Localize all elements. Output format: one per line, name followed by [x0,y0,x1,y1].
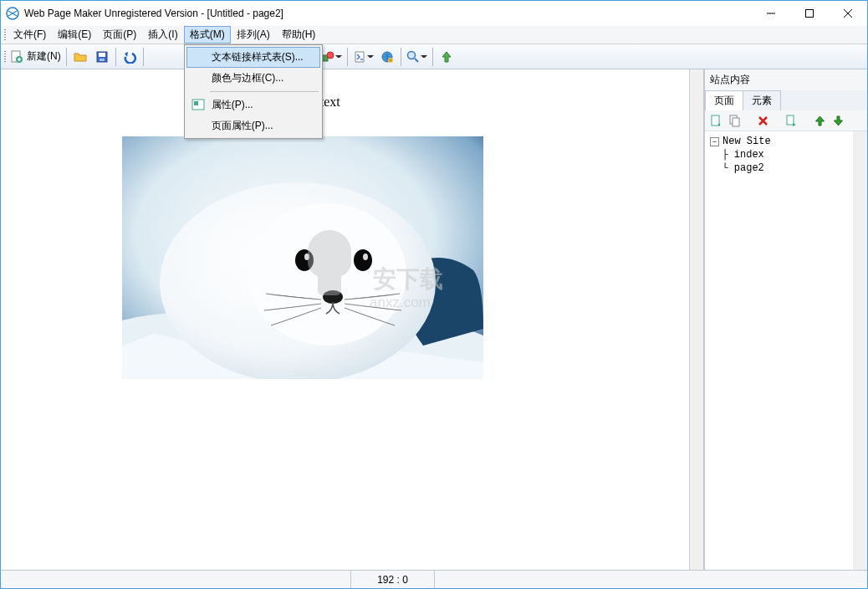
tree-item-page2[interactable]: └ page2 [710,161,848,175]
svg-rect-1 [806,10,814,18]
chevron-down-icon[interactable] [335,53,342,60]
tab-page[interactable]: 页面 [705,90,743,110]
svg-rect-25 [318,270,341,295]
watermark-url: anxz.com [370,294,431,310]
toolbar-separator [143,48,144,66]
app-window: Web Page Maker Unregistered Version - [U… [0,0,868,589]
menu-page-properties[interactable]: 页面属性(P)... [186,115,320,136]
save-button[interactable] [91,46,113,68]
canvas-area[interactable]: ‹ to edit text [1,69,704,570]
sidepanel-toolbar [705,110,867,131]
format-dropdown: 文本链接样式表(S)... 颜色与边框(C)... 属性(P)... 页面属性(… [184,44,323,139]
properties-icon [191,98,205,111]
undo-icon [122,50,137,64]
svg-rect-28 [733,118,739,126]
menu-file[interactable]: 文件(F) [8,26,52,44]
sidepanel-tabs: 页面 元素 [705,90,867,110]
shapes-icon [321,50,334,64]
toolbar-separator [115,48,116,66]
close-button[interactable] [829,1,867,26]
menu-arrange[interactable]: 排列(A) [231,26,276,44]
window-controls [752,1,867,26]
menubar: 文件(F) 编辑(E) 页面(P) 插入(I) 格式(M) 文本链接样式表(S)… [1,26,867,44]
globe-publish-icon [380,50,394,64]
move-down-button[interactable] [830,113,845,128]
menu-format[interactable]: 格式(M) 文本链接样式表(S)... 颜色与边框(C)... 属性(P)...… [184,26,231,44]
sidepanel-body: −New Site ├ index └ page2 [705,131,867,570]
maximize-button[interactable] [790,1,829,26]
copy-page-button[interactable] [727,113,742,128]
copy-page-icon [728,115,741,127]
publish-button[interactable] [376,46,398,68]
new-button-label: 新建(N) [27,49,61,64]
status-cell-rest [434,571,867,588]
arrow-down-icon [832,115,845,127]
svg-point-13 [327,52,334,59]
chevron-down-icon[interactable] [367,53,374,60]
app-icon [6,7,19,20]
script-button[interactable] [350,46,376,68]
arrow-up-icon [814,115,826,127]
svg-rect-3 [194,101,198,105]
canvas-scrollbar[interactable] [689,69,703,570]
tree-item-index[interactable]: ├ index [710,148,848,161]
open-button[interactable] [69,46,91,68]
menu-help[interactable]: 帮助(H) [276,26,322,44]
status-coords: 192 : 0 [350,571,434,588]
magnifier-icon [406,50,420,64]
window-title: Web Page Maker Unregistered Version - [U… [24,8,752,19]
svg-rect-7 [99,53,105,57]
page-arrow-icon [785,115,798,127]
toolbar-separator [66,48,67,66]
new-page-icon [710,115,722,127]
sidepanel-scrollbar[interactable] [853,131,867,570]
move-up-button[interactable] [812,113,827,128]
undo-button[interactable] [119,46,140,68]
folder-open-icon [74,50,87,64]
site-tree[interactable]: −New Site ├ index └ page2 [705,131,853,570]
toolbar-separator [401,48,401,66]
menu-insert[interactable]: 插入(I) [142,26,183,44]
preview-button[interactable] [404,46,430,68]
chevron-down-icon[interactable] [421,53,427,60]
new-button[interactable]: 新建(N) [8,46,64,68]
svg-point-23 [363,254,368,260]
toolbar-separator [432,48,433,66]
menu-text-link-style[interactable]: 文本链接样式表(S)... [186,47,320,68]
watermark-text: 安下载 [373,266,443,292]
new-page-button[interactable] [708,113,723,128]
save-icon [95,50,109,64]
statusbar: 192 : 0 [1,570,867,588]
page-settings-button[interactable] [784,113,799,128]
menu-properties[interactable]: 属性(P)... [186,95,320,115]
svg-point-22 [354,249,372,271]
sidepanel: 站点内容 页面 元素 −New Site ├ index [704,69,867,570]
tree-root[interactable]: −New Site [710,135,848,148]
toolbar: 新建(N) [1,44,867,69]
workspace: ‹ to edit text [1,69,867,570]
svg-point-16 [407,51,415,59]
new-page-icon [10,50,23,64]
minimize-button[interactable] [752,1,790,26]
svg-rect-29 [787,115,794,125]
menu-page[interactable]: 页面(P) [97,26,142,44]
dropdown-separator [210,91,319,92]
upload-button[interactable] [436,46,457,68]
upload-arrow-icon [440,50,453,64]
sidepanel-title: 站点内容 [705,69,867,90]
menu-edit[interactable]: 编辑(E) [52,26,97,44]
delete-page-button[interactable] [755,113,770,128]
toolbar-separator [347,48,348,66]
delete-icon [757,115,769,127]
script-icon [353,50,366,64]
tab-element[interactable]: 元素 [743,90,781,110]
status-cell-empty [1,571,350,588]
svg-rect-8 [100,59,105,61]
tree-collapse-icon[interactable]: − [710,137,719,146]
image-object[interactable]: 安下载 anxz.com [122,136,483,379]
titlebar: Web Page Maker Unregistered Version - [U… [1,1,867,26]
svg-rect-26 [712,115,719,125]
menu-color-border[interactable]: 颜色与边框(C)... [186,68,320,89]
